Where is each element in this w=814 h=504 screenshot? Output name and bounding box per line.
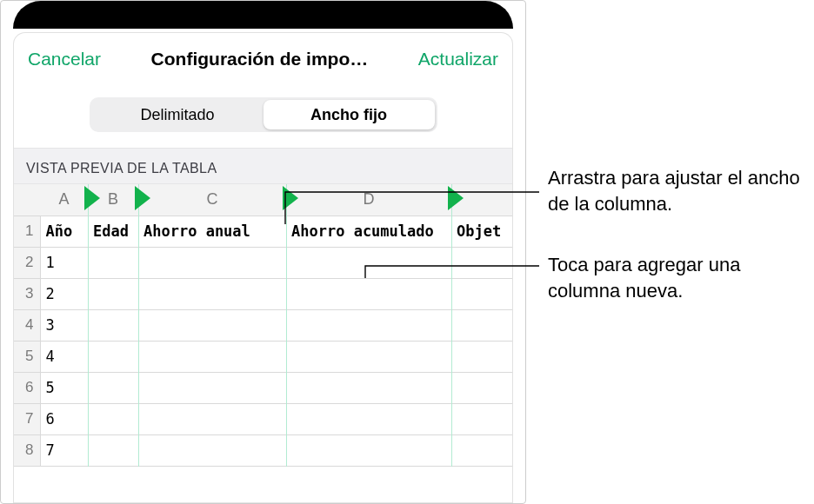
callout-leaders <box>0 0 814 504</box>
